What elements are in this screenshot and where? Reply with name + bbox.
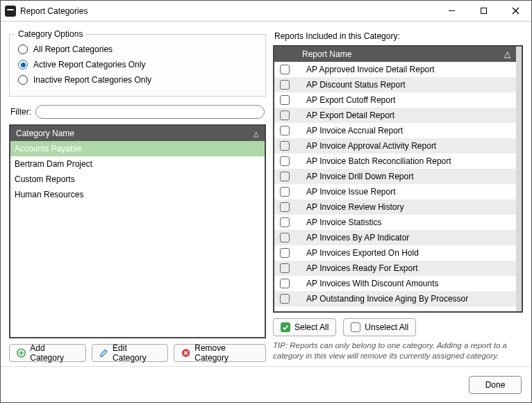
footer: Done [1,366,531,402]
report-name: AP Invoices Ready For Export [297,263,418,273]
reports-header[interactable]: Report Name △ [274,47,516,62]
report-rows: AP Approved Invoice Detail ReportAP Disc… [274,62,516,311]
filter-input[interactable] [35,105,265,119]
report-row[interactable]: AP Invoices Ready For Export [274,261,516,276]
select-all-button[interactable]: Select All [273,318,336,336]
radio-option[interactable]: Inactive Report Categories Only [18,72,257,88]
plus-circle-icon [17,348,26,358]
report-row[interactable]: AP Invoice Review History [274,199,516,215]
report-name: AP Invoices By AP Indicator [297,233,409,242]
report-name: AP Invoices With Discount Amounts [297,279,439,288]
report-name: AP Invoices Exported On Hold [297,248,419,258]
group-title: Category Options [15,29,85,39]
radio-option[interactable]: All Report Categories [18,42,257,57]
report-row[interactable]: AP Invoice Issue Report [274,184,516,199]
category-row[interactable]: Human Resources [10,187,265,202]
tip-text: TIP: Reports can only belong to one cate… [273,340,523,362]
report-row[interactable]: AP Invoice Accrual Report [274,123,516,138]
remove-category-label: Remove Category [194,343,258,363]
report-checkbox[interactable] [280,141,290,151]
category-name: Bertram Dam Project [15,159,92,169]
report-row[interactable]: AP Invoice Drill Down Report [274,169,516,184]
window: Report Categories Category Options All R… [0,0,532,403]
report-checkbox[interactable] [280,110,290,120]
report-row[interactable]: AP Outstanding Invoice Aging By Processo… [274,291,516,306]
category-options-group: Category Options All Report CategoriesAc… [9,34,266,97]
report-row[interactable]: AP Invoices Exported On Hold [274,245,516,261]
unselect-all-label: Unselect All [365,322,408,332]
category-row[interactable]: Accounts Payable [10,141,265,156]
report-row[interactable]: AP Invoices With Discount Amounts [274,276,516,291]
category-name: Human Resources [15,190,83,199]
report-row[interactable]: AP Invoices By AP Indicator [274,230,516,245]
close-button[interactable] [499,1,531,22]
category-rows: Accounts PayableBertram Dam ProjectCusto… [10,141,265,337]
category-header[interactable]: Category Name △ [10,126,265,141]
report-checkbox[interactable] [280,233,290,242]
report-checkbox[interactable] [280,172,290,181]
report-checkbox[interactable] [280,80,290,90]
report-name: AP Invoice Review History [297,202,404,212]
add-category-button[interactable]: Add Category [9,344,86,362]
report-row[interactable]: AP Invoice Batch Reconciliation Report [274,154,516,169]
report-row[interactable]: AP Approved Invoice Detail Report [274,62,516,77]
report-name: AP Invoice Approval Activity Report [297,141,436,151]
radio-label: All Report Categories [33,44,113,54]
done-button[interactable]: Done [469,376,522,394]
report-row[interactable]: AP Export Cutoff Report [274,92,516,108]
minimize-button[interactable] [435,1,467,22]
unselect-all-button[interactable]: Unselect All [343,318,416,336]
report-checkbox[interactable] [280,248,290,258]
scrollbar[interactable] [516,47,522,311]
sort-asc-icon: △ [253,130,259,138]
maximize-button[interactable] [467,1,499,22]
report-row[interactable]: AP Invoice Statistics [274,215,516,230]
report-checkbox[interactable] [280,187,290,197]
report-name: AP Invoice Issue Report [297,187,396,197]
report-checkbox[interactable] [280,279,290,288]
report-name: AP Invoice Batch Reconciliation Report [297,156,451,166]
titlebar: Report Categories [1,1,531,22]
filter-label: Filter: [10,107,31,117]
sort-asc-icon: △ [504,49,510,59]
report-name: AP Invoice Drill Down Report [297,172,414,181]
radio-label: Active Report Categories Only [33,60,145,69]
radio-option[interactable]: Active Report Categories Only [18,57,257,72]
radio-icon [18,44,28,54]
x-circle-icon [181,348,190,358]
report-name: AP Export Cutoff Report [297,95,395,105]
svg-rect-1 [481,8,486,14]
remove-category-button[interactable]: Remove Category [174,344,266,362]
edit-category-button[interactable]: Edit Category [92,344,168,362]
reports-header-label: Report Name [302,49,351,59]
report-checkbox[interactable] [280,294,290,304]
category-row[interactable]: Bertram Dam Project [10,156,265,172]
close-icon [512,7,519,15]
report-checkbox[interactable] [280,156,290,166]
report-name: AP Approved Invoice Detail Report [297,65,435,74]
window-title: Report Categories [20,6,88,16]
radio-icon [18,75,28,85]
report-name: AP Export Detail Report [297,110,394,120]
radio-label: Inactive Report Categories Only [33,75,151,85]
select-all-label: Select All [294,322,329,332]
edit-category-label: Edit Category [113,343,160,363]
report-checkbox[interactable] [280,217,290,227]
report-name: AP Invoice Accrual Report [297,126,403,135]
category-row[interactable]: Custom Reports [10,172,265,187]
report-checkbox[interactable] [280,263,290,273]
report-row[interactable]: AP Discount Status Report [274,77,516,92]
report-checkbox[interactable] [280,95,290,105]
pencil-icon [99,348,108,358]
maximize-icon [480,7,488,15]
report-row[interactable]: AP Invoice Approval Activity Report [274,138,516,154]
category-list: Category Name △ Accounts PayableBertram … [9,124,266,338]
report-checkbox[interactable] [280,65,290,74]
app-icon [5,6,16,17]
category-header-label: Category Name [16,129,74,138]
report-checkbox[interactable] [280,126,290,135]
category-name: Accounts Payable [15,144,81,154]
report-checkbox[interactable] [280,202,290,212]
report-row[interactable]: AP Export Detail Report [274,108,516,123]
add-category-label: Add Category [30,343,78,363]
